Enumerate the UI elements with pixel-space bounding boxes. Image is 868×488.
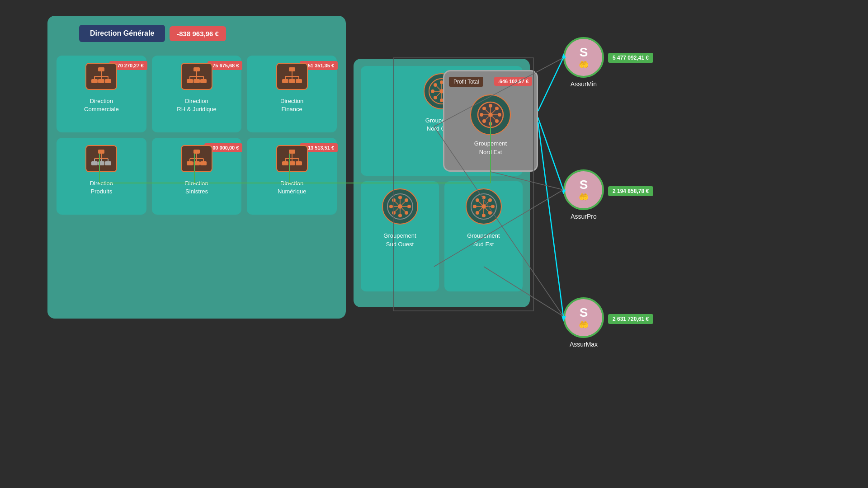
- svg-point-73: [398, 204, 402, 209]
- section-groupement-sud-est[interactable]: GroupementSud Est: [444, 181, 523, 291]
- svg-point-110: [489, 104, 492, 108]
- label-commerciale: DirectionCommerciale: [84, 97, 119, 113]
- svg-point-116: [482, 119, 486, 123]
- svg-rect-12: [200, 79, 207, 83]
- svg-point-75: [398, 214, 402, 217]
- label-produits: DirectionProduits: [90, 179, 113, 196]
- svg-point-77: [407, 205, 411, 208]
- assurpro-name: AssurPro: [571, 213, 597, 220]
- svg-point-62: [434, 96, 437, 99]
- svg-rect-11: [193, 79, 200, 83]
- section-direction-sinistres[interactable]: -500 000,00 € DirectionSinistres: [152, 138, 242, 215]
- svg-rect-39: [200, 161, 207, 165]
- svg-line-133: [538, 58, 563, 111]
- svg-point-97: [488, 198, 492, 202]
- svg-rect-27: [98, 150, 104, 154]
- svg-point-94: [473, 205, 476, 208]
- svg-rect-30: [105, 161, 111, 165]
- svg-rect-45: [289, 150, 295, 154]
- bottom-row: DirectionProduits -500 000,00 €: [57, 138, 337, 215]
- assurpro-circle[interactable]: S 🤲: [563, 169, 604, 210]
- svg-point-74: [398, 196, 402, 199]
- org-icon-produits: [85, 145, 117, 172]
- svg-rect-37: [187, 161, 193, 165]
- org-icon-rh: [181, 63, 212, 90]
- assurmax-name: AssurMax: [570, 341, 598, 348]
- assurmin-circle[interactable]: S 🤲: [563, 37, 604, 78]
- svg-point-117: [495, 119, 499, 123]
- section-groupement-sud-ouest[interactable]: GroupementSud Ouest: [361, 181, 439, 291]
- assurpro-container: S 🤲 AssurPro: [563, 169, 604, 220]
- assurmin-name: AssurMin: [571, 80, 597, 88]
- svg-rect-1: [91, 79, 98, 83]
- svg-point-113: [498, 113, 501, 117]
- direction-generale-badge[interactable]: Direction Générale: [79, 25, 165, 42]
- assurmax-value-badge: 2 631 720,61 €: [608, 314, 653, 323]
- svg-point-76: [389, 205, 393, 208]
- section-direction-produits[interactable]: DirectionProduits: [57, 138, 146, 215]
- svg-rect-48: [296, 161, 302, 165]
- svg-rect-18: [289, 67, 295, 71]
- svg-point-78: [392, 198, 396, 202]
- selected-groupement-nord-est[interactable]: Profit Total -646 102,97 €: [443, 70, 538, 172]
- svg-rect-2: [98, 79, 104, 83]
- label-numerique: DirectionNumérique: [278, 179, 307, 196]
- svg-point-93: [482, 214, 486, 217]
- svg-rect-29: [98, 161, 104, 165]
- org-icon-finance: [276, 63, 308, 90]
- section-direction-rh[interactable]: -75 675,68 € DirectionRH & Juridique: [152, 56, 242, 132]
- svg-point-98: [476, 211, 479, 215]
- network-icon-sud-est: [466, 188, 502, 225]
- selected-value-badge: -646 102,97 €: [494, 77, 532, 86]
- svg-point-58: [431, 89, 434, 93]
- section-direction-commerciale[interactable]: -170 270,27 € DirectionCommerciale: [57, 56, 146, 132]
- assurmin-container: S 🤲 AssurMin: [563, 37, 604, 88]
- svg-point-114: [482, 107, 486, 110]
- svg-rect-38: [193, 161, 200, 165]
- network-icon-sud-ouest: [382, 188, 418, 225]
- svg-rect-46: [282, 161, 288, 165]
- network-icon-nord-est: [470, 94, 511, 135]
- svg-rect-47: [289, 161, 295, 165]
- svg-rect-20: [289, 79, 295, 83]
- org-icon-sinistres: [181, 145, 212, 172]
- section-direction-finance[interactable]: -151 351,35 € DirectionFinance: [247, 56, 337, 132]
- label-sud-ouest: GroupementSud Ouest: [383, 232, 416, 248]
- label-nord-est: GroupementNord Est: [470, 140, 511, 156]
- svg-point-91: [481, 204, 486, 209]
- label-sud-est: GroupementSud Est: [467, 232, 500, 248]
- label-rh: DirectionRH & Juridique: [177, 97, 216, 113]
- svg-point-115: [495, 107, 499, 110]
- svg-point-112: [480, 113, 483, 117]
- profit-total-label: Profit Total: [449, 77, 483, 87]
- svg-point-96: [476, 198, 479, 202]
- svg-point-111: [489, 122, 492, 126]
- assurpro-value-badge: 2 194 858,78 €: [608, 187, 653, 195]
- section-direction-numerique[interactable]: -113 513,51 € DirectionNumérique: [247, 138, 337, 215]
- svg-rect-0: [98, 67, 104, 71]
- svg-rect-28: [91, 161, 98, 165]
- svg-point-99: [488, 211, 492, 215]
- svg-rect-36: [193, 150, 200, 154]
- main-directions-panel: Direction Générale -838 963,96 € -170 27…: [47, 16, 346, 319]
- svg-rect-3: [105, 79, 111, 83]
- svg-point-109: [488, 113, 493, 117]
- value-badge-rh: -75 675,68 €: [208, 61, 243, 69]
- svg-line-137: [538, 122, 563, 316]
- label-finance: DirectionFinance: [280, 97, 303, 113]
- svg-point-95: [491, 205, 495, 208]
- svg-point-60: [434, 83, 437, 87]
- org-icon-numerique: [276, 145, 308, 172]
- direction-generale-value: -838 963,96 €: [170, 26, 226, 41]
- svg-rect-10: [187, 79, 193, 83]
- svg-point-79: [405, 198, 408, 202]
- svg-rect-9: [193, 67, 200, 71]
- assurmax-container: S 🤲 AssurMax: [563, 297, 604, 348]
- org-icon-commerciale: [85, 63, 117, 90]
- svg-point-80: [392, 211, 396, 215]
- svg-point-92: [482, 196, 486, 199]
- label-sinistres: DirectionSinistres: [185, 179, 208, 196]
- assurmin-value-badge: 5 477 092,41 €: [608, 53, 653, 61]
- svg-point-81: [405, 211, 408, 215]
- assurmax-circle[interactable]: S 🤲: [563, 297, 604, 338]
